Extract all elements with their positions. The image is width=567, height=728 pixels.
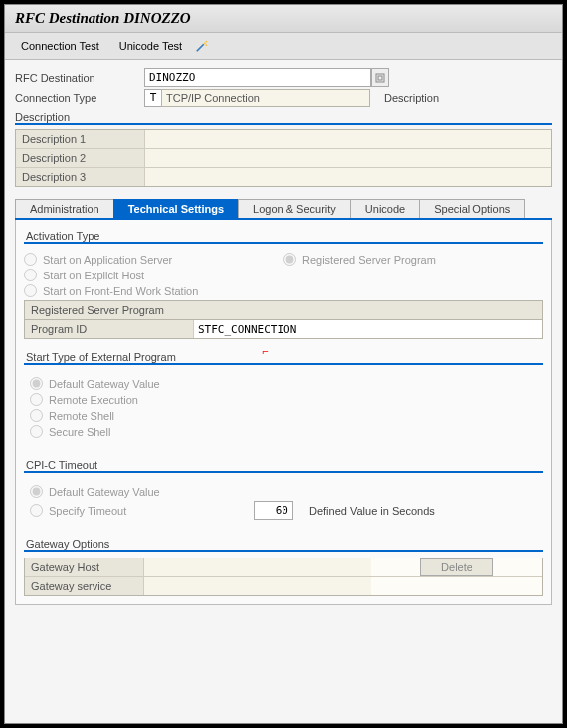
radio-default-gateway xyxy=(30,377,43,390)
tab-body: Activation Type Start on Application Ser… xyxy=(15,220,552,605)
registered-server-box: Registered Server Program Program ID xyxy=(24,300,543,339)
label-registered-server: Registered Server Program xyxy=(302,254,436,266)
gateway-service-input[interactable] xyxy=(144,577,371,595)
radio-start-frontend xyxy=(24,284,37,297)
label-cpic-specify: Specify Timeout xyxy=(49,505,248,517)
wand-icon[interactable] xyxy=(194,39,210,53)
desc-row-3: Description 3 xyxy=(16,168,551,186)
svg-rect-4 xyxy=(378,76,382,80)
desc2-label: Description 2 xyxy=(16,149,145,167)
svg-point-1 xyxy=(206,41,208,43)
toolbar: Connection Test Unicode Test xyxy=(5,33,562,60)
radio-start-explicit-host xyxy=(24,269,37,281)
sap-window: RFC Destination DINOZZO Connection Test … xyxy=(4,4,563,724)
connection-type-code[interactable] xyxy=(144,89,162,107)
label-remote-execution: Remote Execution xyxy=(49,394,138,406)
radio-start-app-server xyxy=(24,253,37,266)
label-secure-shell: Secure Shell xyxy=(49,426,110,438)
tabstrip: Administration Technical Settings Logon … xyxy=(15,199,552,220)
unicode-test-button[interactable]: Unicode Test xyxy=(111,36,190,56)
gateway-box: Gateway Host Delete Gateway service xyxy=(24,558,543,596)
tab-technical-settings[interactable]: Technical Settings xyxy=(113,199,239,218)
window-title: RFC Destination DINOZZO xyxy=(5,5,562,33)
svg-rect-3 xyxy=(376,74,384,82)
svg-point-0 xyxy=(204,43,206,45)
activation-type-title: Activation Type xyxy=(24,228,543,244)
rfc-destination-label: RFC Destination xyxy=(15,72,144,84)
delete-button[interactable]: Delete xyxy=(420,558,493,576)
label-default-gateway: Default Gateway Value xyxy=(49,378,160,390)
svg-point-2 xyxy=(206,44,208,46)
desc1-input[interactable] xyxy=(145,130,551,148)
description-header-label: Description xyxy=(384,92,439,104)
start-type-title-text: Start Type of External Program xyxy=(26,351,176,363)
registered-server-title: Registered Server Program xyxy=(25,301,542,320)
label-start-frontend: Start on Front-End Work Station xyxy=(43,285,198,297)
radio-secure-shell xyxy=(30,425,43,438)
search-help-icon[interactable] xyxy=(371,68,389,87)
description-group-title: Description xyxy=(15,109,552,125)
program-id-input[interactable] xyxy=(194,320,542,338)
desc3-input[interactable] xyxy=(145,168,551,186)
tab-unicode[interactable]: Unicode xyxy=(350,199,420,218)
radio-remote-shell xyxy=(30,409,43,422)
desc2-input[interactable] xyxy=(145,149,551,167)
desc-row-2: Description 2 xyxy=(16,149,551,168)
radio-cpic-default xyxy=(30,485,43,498)
gateway-service-label: Gateway service xyxy=(25,577,144,595)
desc-row-1: Description 1 xyxy=(16,130,551,149)
gateway-host-label: Gateway Host xyxy=(25,558,144,576)
highlight-marker-icon: ⌐ xyxy=(263,345,269,357)
tab-administration[interactable]: Administration xyxy=(15,199,114,218)
timeout-unit-label: Defined Value in Seconds xyxy=(309,505,435,517)
radio-registered-server xyxy=(284,253,296,266)
label-start-app-server: Start on Application Server xyxy=(43,254,172,266)
connection-type-label: Connection Type xyxy=(15,92,144,104)
radio-cpic-specify xyxy=(30,504,43,517)
label-start-explicit-host: Start on Explicit Host xyxy=(43,270,144,281)
gateway-options-title: Gateway Options xyxy=(24,536,543,552)
gateway-host-input[interactable] xyxy=(144,558,371,576)
timeout-input[interactable] xyxy=(254,501,293,520)
label-remote-shell: Remote Shell xyxy=(49,410,114,422)
start-type-title: Start Type of External Program ⌐ xyxy=(24,349,543,365)
radio-remote-execution xyxy=(30,393,43,406)
connection-test-button[interactable]: Connection Test xyxy=(13,36,107,56)
content-area: RFC Destination Connection Type Descript… xyxy=(5,60,562,723)
connection-type-text xyxy=(161,89,370,107)
desc3-label: Description 3 xyxy=(16,168,145,186)
desc1-label: Description 1 xyxy=(16,130,145,148)
label-cpic-default: Default Gateway Value xyxy=(49,486,160,498)
program-id-label: Program ID xyxy=(25,320,194,338)
cpic-timeout-title: CPI-C Timeout xyxy=(24,457,543,473)
tab-logon-security[interactable]: Logon & Security xyxy=(238,199,351,218)
description-table: Description 1 Description 2 Description … xyxy=(15,129,552,187)
rfc-destination-input[interactable] xyxy=(144,68,371,87)
tab-special-options[interactable]: Special Options xyxy=(419,199,525,218)
